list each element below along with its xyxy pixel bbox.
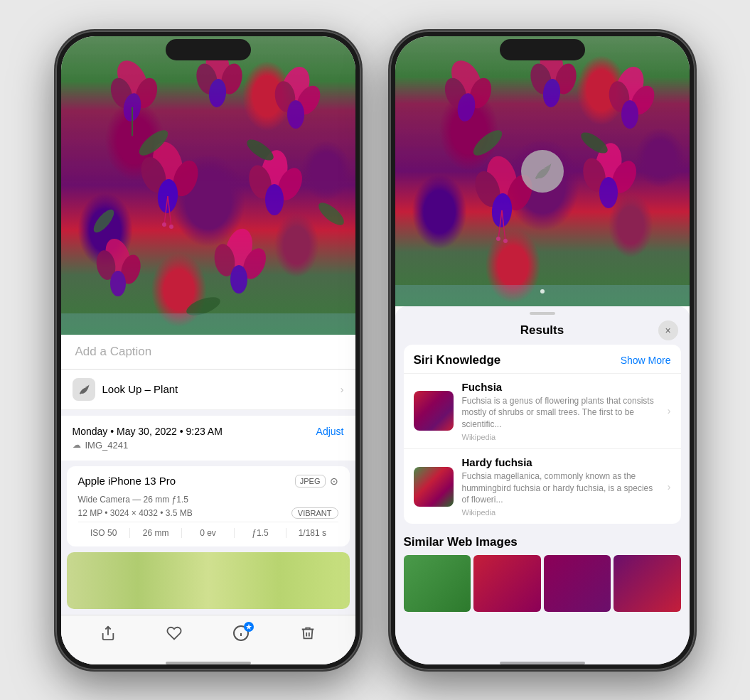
close-label: × (665, 325, 670, 336)
jpeg-badge: JPEG (295, 475, 326, 488)
badges: JPEG ⊙ (295, 475, 338, 488)
show-more-button[interactable]: Show More (621, 355, 671, 366)
similar-images-title: Similar Web Images (404, 529, 681, 555)
flowers-decoration-1 (61, 36, 355, 335)
lookup-row[interactable]: Look Up – Plant Look Up – Plant › (61, 370, 355, 410)
svg-point-54 (621, 100, 638, 129)
svg-point-24 (265, 184, 284, 215)
vlu-dot (540, 289, 545, 294)
wide-camera-text: Wide Camera — 26 mm ƒ1.5 (78, 495, 188, 505)
svg-point-36 (315, 198, 347, 228)
notch-1 (166, 39, 251, 60)
map-visual (67, 552, 350, 609)
siri-knowledge-section: Siri Knowledge Show More Fuchsia Fuchsia… (404, 345, 681, 524)
results-sheet: Results × Siri Knowledge Show More (395, 306, 690, 664)
exif-row: ISO 50 26 mm 0 ev ƒ1.5 1/181 s (78, 522, 338, 538)
date-text: Monday • May 30, 2022 • 9:23 AM (73, 426, 223, 437)
fuchsia-result-content: Fuchsia Fuchsia is a genus of flowering … (462, 381, 662, 441)
similar-image-4[interactable] (614, 555, 681, 612)
close-button[interactable]: × (658, 321, 678, 340)
camera-name: Apple iPhone 13 Pro (78, 475, 176, 487)
home-indicator-2 (500, 662, 585, 664)
fuchsia-name: Fuchsia (462, 381, 662, 393)
info-button[interactable] (232, 625, 250, 646)
svg-point-61 (496, 237, 500, 241)
hardy-fuchsia-source: Wikipedia (462, 508, 662, 517)
sheet-handle (530, 312, 555, 315)
phones-container: Add a Caption Look Up – Plant Look Up – … (55, 31, 695, 670)
hardy-fuchsia-result-item[interactable]: Hardy fuchsia Fuchsia magellanica, commo… (404, 448, 681, 524)
similar-image-2[interactable] (473, 555, 541, 612)
hardy-fuchsia-name: Hardy fuchsia (462, 456, 662, 468)
lookup-icon (73, 378, 95, 401)
adjust-button[interactable]: Adjust (316, 426, 344, 437)
megapixels-text: 12 MP • 3024 × 4032 • 3.5 MB (78, 508, 193, 518)
sheet-header: Results × (395, 321, 690, 345)
leaf-vlu-icon (532, 161, 553, 182)
visual-lookup-button[interactable] (521, 150, 564, 193)
fuchsia-chevron-icon: › (668, 405, 671, 416)
camera-settings-icon[interactable]: ⊙ (330, 475, 338, 487)
svg-point-67 (469, 126, 505, 159)
exif-aperture: ƒ1.5 (235, 528, 286, 538)
svg-point-35 (90, 206, 117, 235)
svg-point-34 (243, 136, 276, 164)
exif-ev: 0 ev (182, 528, 234, 538)
svg-point-68 (577, 129, 610, 157)
exif-focal: 26 mm (130, 528, 182, 538)
hardy-fuchsia-result-content: Hardy fuchsia Fuchsia magellanica, commo… (462, 456, 662, 517)
filename-text: IMG_4241 (85, 440, 129, 451)
favorite-button[interactable] (166, 625, 182, 645)
hardy-fuchsia-chevron-icon: › (668, 481, 671, 492)
svg-rect-69 (395, 285, 690, 306)
hardy-thumb-visual (414, 467, 454, 507)
hardy-fuchsia-thumbnail (414, 467, 454, 507)
camera-header: Apple iPhone 13 Pro JPEG ⊙ (78, 475, 338, 488)
chevron-right-icon: › (341, 384, 344, 395)
svg-point-19 (162, 222, 166, 227)
caption-placeholder: Add a Caption (75, 345, 152, 358)
fuchsia-thumbnail (414, 391, 454, 431)
hardy-fuchsia-description: Fuchsia magellanica, commonly known as t… (462, 470, 662, 506)
vibrant-badge: VIBRANT (291, 507, 338, 519)
sheet-title: Results (520, 323, 564, 338)
fuchsia-source: Wikipedia (462, 433, 662, 441)
info-badge (244, 622, 254, 632)
svg-point-62 (503, 239, 508, 243)
siri-knowledge-header: Siri Knowledge Show More (404, 345, 681, 373)
toolbar (61, 615, 355, 664)
svg-point-28 (110, 271, 126, 296)
share-button[interactable] (100, 625, 116, 645)
phone-1: Add a Caption Look Up – Plant Look Up – … (55, 31, 361, 670)
camera-section: Apple iPhone 13 Pro JPEG ⊙ Wide Camera —… (67, 466, 350, 546)
camera-detail: Wide Camera — 26 mm ƒ1.5 (78, 495, 338, 505)
exif-iso: ISO 50 (78, 528, 130, 538)
similar-image-3[interactable] (544, 555, 611, 612)
svg-point-20 (169, 225, 173, 229)
metadata-section: Monday • May 30, 2022 • 9:23 AM Adjust ☁… (61, 416, 355, 461)
svg-point-32 (230, 265, 247, 294)
date-row: Monday • May 30, 2022 • 9:23 AM Adjust (73, 426, 344, 437)
specs-row: 12 MP • 3024 × 4032 • 3.5 MB VIBRANT (78, 507, 338, 519)
phone-2: Results × Siri Knowledge Show More (390, 31, 695, 670)
similar-image-1[interactable] (404, 555, 471, 612)
home-indicator-1 (166, 662, 251, 664)
svg-rect-38 (61, 313, 355, 335)
fuchsia-thumb-visual (414, 391, 454, 431)
map-thumbnail[interactable] (67, 552, 350, 609)
caption-area[interactable]: Add a Caption (61, 335, 355, 370)
photo-area-2 (395, 36, 690, 306)
photo-area-1 (61, 36, 355, 335)
svg-point-66 (599, 177, 618, 208)
info-panel: Add a Caption Look Up – Plant Look Up – … (61, 335, 355, 664)
svg-point-12 (287, 100, 304, 129)
lookup-label-full: Look Up – Plant (102, 383, 178, 395)
siri-knowledge-title: Siri Knowledge (414, 353, 501, 367)
notch-2 (500, 39, 585, 60)
exif-shutter: 1/181 s (286, 528, 338, 538)
fuchsia-result-item[interactable]: Fuchsia Fuchsia is a genus of flowering … (404, 373, 681, 448)
filename-row: ☁ IMG_4241 (73, 440, 344, 451)
fuchsia-description: Fuchsia is a genus of flowering plants t… (462, 395, 662, 431)
delete-button[interactable] (300, 625, 316, 645)
cloud-icon: ☁ (73, 440, 81, 450)
